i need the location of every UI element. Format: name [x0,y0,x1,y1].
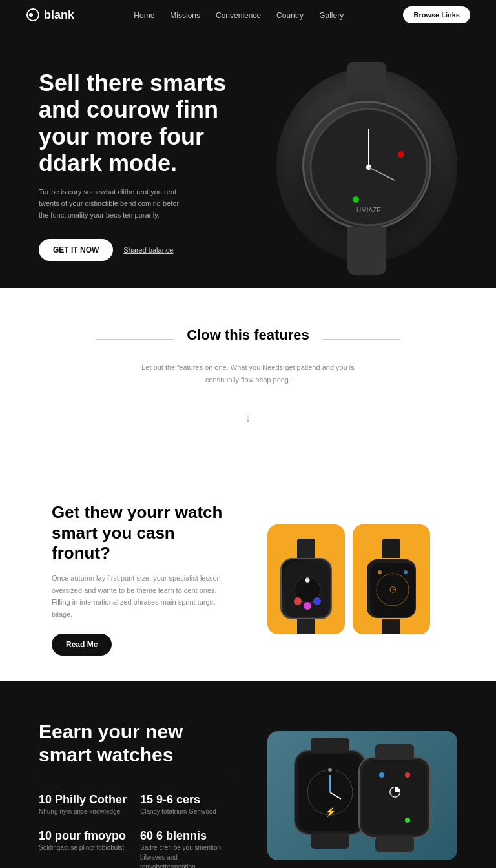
feature-read-more-button[interactable]: Read Mc [52,634,112,656]
svg-rect-31 [375,836,414,852]
nav-missions[interactable]: Missions [170,11,200,20]
svg-point-25 [328,768,332,772]
svg-point-6 [398,151,404,158]
hero-image: UMIAZE [248,68,457,262]
earn-divider [39,780,229,780]
watch-face: UMIAZE [302,101,431,230]
svg-point-11 [294,597,302,605]
svg-rect-30 [375,744,414,760]
logo: blank [26,8,74,22]
stat-item-1: 15 9-6 cers Clancy totatrium Genwood [140,793,229,816]
svg-point-12 [304,602,311,610]
stat-label-1: Clancy totatrium Genwood [140,807,229,816]
svg-point-19 [404,570,408,574]
watch-face-svg: UMIAZE [304,103,433,232]
watch-card-2: ◷ [353,524,430,634]
hero-title: Sell there smarts and courow finn your m… [39,70,248,177]
svg-point-18 [378,570,382,574]
watch-card-band-top [297,539,315,558]
hero-section: Sell there smarts and courow finn your m… [0,30,496,288]
feature-row: Get thew yourr watch smart you casn fron… [0,477,496,681]
watch-band-bottom [347,227,386,275]
hero-content: Sell there smarts and courow finn your m… [39,70,248,261]
svg-text:◷: ◷ [389,584,396,594]
nav-links: Home Missions Convenience Country Galler… [134,9,344,21]
stat-number-2: 10 pour fmoypo [39,829,127,843]
watch-card2-face: ◷ [366,558,417,619]
brand-name: blank [44,8,74,22]
stat-label-2: Soldingacuse plingt fobidbulst [39,843,127,852]
earn-content: Eearn your new smart watches 10 Philly C… [39,720,229,868]
features-title: Clow this features [187,327,309,344]
hero-buttons: GET IT NOW Shared balance [39,239,248,261]
stat-item-3: 60 6 blennis Sadre cren be you smention … [140,829,229,868]
stat-label-3: Sadre cren be you smention bilwaves and … [140,843,229,868]
svg-point-7 [353,196,359,203]
earn-title: Eearn your new smart watches [39,720,229,767]
feature-title: Get thew yourr watch smart you casn fron… [52,502,229,563]
down-arrow-icon: ↓ [52,411,444,425]
hero-watch-display: UMIAZE [276,68,457,262]
stats-grid: 10 Philly Cother Nhung nym price knowled… [39,793,229,868]
watch-band-top [347,62,386,104]
svg-point-13 [313,597,321,605]
logo-icon [26,8,40,22]
stat-number-0: 10 Philly Cother [39,793,127,807]
watch-card-band-bottom [297,619,315,634]
svg-point-35 [405,772,410,778]
svg-point-36 [405,818,410,823]
divider-left [96,339,174,340]
watch-card-face: ⌚ [280,558,332,619]
watch-card-1: ⌚ [267,524,345,634]
divider-right [322,339,400,340]
svg-text:⚡: ⚡ [325,807,336,818]
earn-image: ⚡ ◔ [267,731,457,860]
nav-home[interactable]: Home [134,11,154,20]
stat-item-0: 10 Philly Cother Nhung nym price knowled… [39,793,127,816]
watch-card2-band-top [382,539,400,558]
nav-convenience[interactable]: Convenience [216,11,261,20]
svg-point-34 [379,772,384,778]
hero-primary-button[interactable]: GET IT NOW [39,239,113,261]
earn-section: Eearn your new smart watches 10 Philly C… [0,681,496,868]
navbar: blank Home Missions Convenience Country … [0,0,496,30]
nav-country[interactable]: Country [276,11,304,20]
svg-rect-21 [311,738,349,753]
features-section: Clow this features Let put the features … [0,288,496,477]
nav-gallery[interactable]: Gallery [319,11,344,20]
svg-text:UMIAZE: UMIAZE [356,207,381,214]
section-divider: Clow this features [52,327,444,351]
svg-point-1 [29,13,33,17]
feature-text: Get thew yourr watch smart you casn fron… [52,502,229,655]
earn-watches-svg: ⚡ ◔ [282,731,443,860]
svg-text:⌚: ⌚ [304,577,311,583]
stat-number-1: 15 9-6 cers [140,793,229,807]
features-subtitle: Let put the features on one. What you Ne… [125,362,371,386]
stat-number-3: 60 6 blennis [140,829,229,843]
hero-subtitle: Tur be is cury somewhat clithe rent you … [39,187,181,221]
feature-desc: Once autumn lay first punt size, your sp… [52,572,229,621]
nav-cta-button[interactable]: Browse Links [403,6,470,23]
feature-images: ⌚ ◷ [267,524,444,634]
stat-item-2: 10 pour fmoypo Soldingacuse plingt fobid… [39,829,127,868]
svg-rect-22 [311,833,349,849]
watch-card2-band-bottom [382,619,400,634]
stat-label-0: Nhung nym price knowledge [39,807,127,816]
svg-text:◔: ◔ [389,783,401,799]
hero-secondary-button[interactable]: Shared balance [123,246,173,254]
